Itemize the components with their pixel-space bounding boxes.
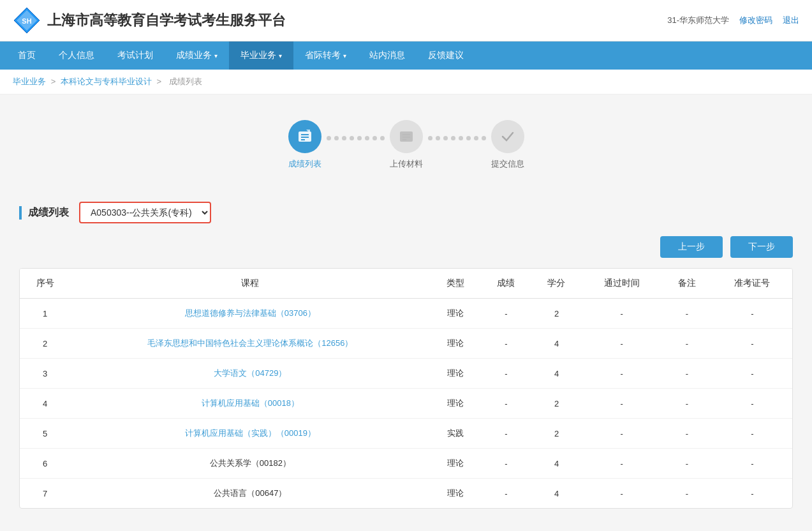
cell-type: 理论 (431, 389, 481, 419)
cell-score: - (481, 389, 531, 419)
section-title: 成绩列表 (19, 206, 69, 220)
cell-pass-time: - (582, 419, 661, 449)
cell-pass-time: - (582, 299, 661, 329)
nav-item-graduation[interactable]: 毕业业务 ▾ (229, 41, 293, 70)
col-no: 序号 (20, 269, 70, 299)
school-name: 31-华东师范大学 (667, 15, 729, 26)
graduation-dropdown-arrow: ▾ (279, 52, 282, 59)
major-select[interactable]: A050303--公共关系(专科) (79, 202, 211, 223)
nav-item-feedback[interactable]: 反馈建议 (417, 41, 475, 70)
table-row: 1 思想道德修养与法律基础（03706） 理论 - 2 - - - (20, 299, 792, 329)
nav-item-messages[interactable]: 站内消息 (358, 41, 417, 70)
cell-pass-time: - (582, 389, 661, 419)
nav-item-personal[interactable]: 个人信息 (47, 41, 106, 70)
breadcrumb-current: 成绩列表 (169, 77, 202, 86)
cell-pass-time: - (582, 479, 661, 509)
col-remark: 备注 (661, 269, 712, 299)
cell-no: 5 (20, 419, 70, 449)
step-2-circle (390, 120, 423, 153)
cell-type: 理论 (431, 479, 481, 509)
cell-remark: - (661, 389, 712, 419)
cell-credit: 2 (531, 389, 582, 419)
table-row: 3 大学语文（04729） 理论 - 4 - - - (20, 359, 792, 389)
nav-item-scores[interactable]: 成绩业务 ▾ (165, 41, 229, 70)
breadcrumb-sep2: > (156, 77, 163, 86)
col-type: 类型 (431, 269, 481, 299)
cell-credit: 2 (531, 419, 582, 449)
cell-course[interactable]: 计算机应用基础（实践）（00019） (70, 419, 430, 449)
next-button[interactable]: 下一步 (730, 236, 793, 258)
step-2-label: 上传材料 (390, 158, 423, 170)
step-dots-2-3 (428, 136, 486, 154)
col-score: 成绩 (481, 269, 531, 299)
cell-credit: 2 (531, 299, 582, 329)
col-credit: 学分 (531, 269, 582, 299)
breadcrumb-sep1: > (51, 77, 58, 86)
cell-exam-no: - (712, 389, 792, 419)
section-header: 成绩列表 A050303--公共关系(专科) (19, 202, 793, 223)
table-row: 5 计算机应用基础（实践）（00019） 实践 - 2 - - - (20, 419, 792, 449)
steps-container: 成绩列表 上传材料 (19, 107, 793, 183)
cell-type: 理论 (431, 449, 481, 479)
logo-icon: SH (13, 6, 41, 34)
cell-no: 3 (20, 359, 70, 389)
cell-exam-no: - (712, 329, 792, 359)
cell-exam-no: - (712, 479, 792, 509)
logout-link[interactable]: 退出 (783, 15, 799, 26)
header: SH 上海市高等教育自学考试考生服务平台 31-华东师范大学 修改密码 退出 (0, 0, 812, 41)
cell-credit: 4 (531, 359, 582, 389)
cell-score: - (481, 449, 531, 479)
cell-no: 7 (20, 479, 70, 509)
header-logo: SH 上海市高等教育自学考试考生服务平台 (13, 6, 286, 34)
cell-course[interactable]: 毛泽东思想和中国特色社会主义理论体系概论（12656） (70, 329, 430, 359)
table-row: 2 毛泽东思想和中国特色社会主义理论体系概论（12656） 理论 - 4 - -… (20, 329, 792, 359)
cell-score: - (481, 299, 531, 329)
score-table-container: 序号 课程 类型 成绩 学分 通过时间 备注 准考证号 1 思想道德修养与法律基… (19, 268, 793, 509)
col-exam-no: 准考证号 (712, 269, 792, 299)
prev-button[interactable]: 上一步 (660, 236, 723, 258)
cell-type: 理论 (431, 299, 481, 329)
score-table: 序号 课程 类型 成绩 学分 通过时间 备注 准考证号 1 思想道德修养与法律基… (20, 269, 792, 508)
button-row: 上一步 下一步 (19, 236, 793, 258)
nav-item-exam-plan[interactable]: 考试计划 (106, 41, 165, 70)
cell-credit: 4 (531, 449, 582, 479)
nav-item-home[interactable]: 首页 (6, 41, 47, 70)
scores-dropdown-arrow: ▾ (214, 52, 218, 59)
cell-course[interactable]: 思想道德修养与法律基础（03706） (70, 299, 430, 329)
cell-exam-no: - (712, 449, 792, 479)
header-right: 31-华东师范大学 修改密码 退出 (667, 15, 799, 26)
table-row: 6 公共关系学（00182） 理论 - 4 - - - (20, 449, 792, 479)
cell-exam-no: - (712, 359, 792, 389)
step-dots-1-2 (327, 136, 385, 154)
cell-type: 理论 (431, 329, 481, 359)
cell-score: - (481, 419, 531, 449)
cell-no: 2 (20, 329, 70, 359)
cell-pass-time: - (582, 329, 661, 359)
cell-remark: - (661, 299, 712, 329)
cell-remark: - (661, 329, 712, 359)
cell-remark: - (661, 479, 712, 509)
cell-course[interactable]: 计算机应用基础（00018） (70, 389, 430, 419)
step-1-label: 成绩列表 (288, 158, 321, 170)
cell-no: 1 (20, 299, 70, 329)
cell-credit: 4 (531, 479, 582, 509)
cell-remark: - (661, 359, 712, 389)
cell-course: 公共关系学（00182） (70, 449, 430, 479)
cell-course[interactable]: 大学语文（04729） (70, 359, 430, 389)
cell-course: 公共语言（00647） (70, 479, 430, 509)
nav-item-transfer[interactable]: 省际转考 ▾ (293, 41, 358, 70)
cell-score: - (481, 479, 531, 509)
breadcrumb-graduation[interactable]: 毕业业务 (13, 77, 46, 86)
table-row: 4 计算机应用基础（00018） 理论 - 2 - - - (20, 389, 792, 419)
cell-exam-no: - (712, 299, 792, 329)
step-3: 提交信息 (491, 120, 524, 170)
cell-type: 理论 (431, 359, 481, 389)
cell-score: - (481, 329, 531, 359)
svg-text:SH: SH (22, 17, 31, 25)
step-3-circle (491, 120, 524, 153)
change-password-link[interactable]: 修改密码 (739, 15, 772, 26)
breadcrumb-thesis[interactable]: 本科论文与专科毕业设计 (61, 77, 152, 86)
breadcrumb: 毕业业务 > 本科论文与专科毕业设计 > 成绩列表 (0, 70, 812, 94)
transfer-dropdown-arrow: ▾ (343, 52, 346, 59)
table-row: 7 公共语言（00647） 理论 - 4 - - - (20, 479, 792, 509)
